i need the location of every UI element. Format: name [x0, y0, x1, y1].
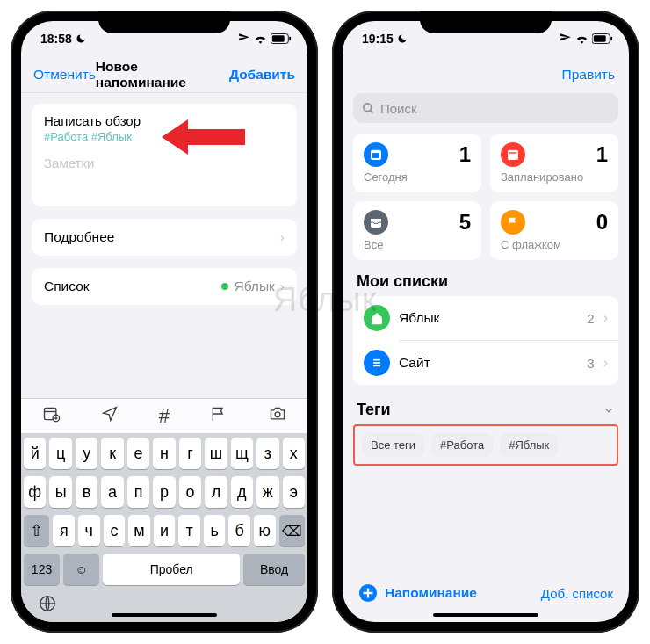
chevron-right-icon: › [603, 310, 608, 326]
space-key[interactable]: Пробел [103, 554, 240, 585]
calendar-icon [369, 148, 383, 162]
planned-card[interactable]: 1 Запланировано [490, 134, 618, 192]
moon-icon [397, 33, 408, 44]
svg-rect-11 [594, 35, 606, 41]
key[interactable]: р [153, 476, 175, 508]
add-list-button[interactable]: Доб. список [541, 586, 613, 601]
globe-icon[interactable] [38, 594, 57, 613]
key[interactable]: и [154, 515, 176, 546]
key[interactable]: л [205, 476, 227, 508]
key[interactable]: х [283, 438, 305, 469]
plus-circle-icon [358, 583, 378, 603]
key[interactable]: т [178, 515, 200, 546]
backspace-key[interactable]: ⌫ [279, 515, 305, 546]
list-name: Яблык [399, 310, 578, 326]
phone-right: 19:15 Править Поиск 1 [332, 11, 639, 633]
key[interactable]: з [256, 438, 278, 469]
key[interactable]: о [179, 476, 201, 508]
tag-chip[interactable]: #Яблык [500, 433, 558, 457]
summary-grid-row-1: 1 Сегодня 1 Запланировано [343, 134, 629, 201]
list-row[interactable]: Список Яблык › [32, 268, 297, 305]
home-indicator[interactable] [112, 613, 217, 617]
key[interactable]: е [127, 438, 149, 469]
list-count: 3 [587, 356, 594, 371]
kb-location-icon[interactable] [101, 405, 119, 427]
key[interactable]: й [24, 438, 46, 469]
battery-icon [592, 33, 613, 44]
key[interactable]: э [283, 476, 305, 508]
emoji-key[interactable]: ☺ [63, 554, 99, 585]
annotation-arrow [162, 119, 245, 155]
key[interactable]: ц [49, 438, 71, 469]
add-reminder-button[interactable]: Напоминание [358, 583, 477, 603]
chevron-right-icon: › [280, 229, 285, 245]
key-row-1: й ц у к е н г ш щ з х [24, 438, 305, 469]
notch [420, 11, 552, 33]
key[interactable]: п [127, 476, 149, 508]
add-button[interactable]: Добавить [229, 67, 295, 83]
key[interactable]: с [104, 515, 126, 546]
tags-header[interactable]: Теги [343, 397, 629, 424]
home-indicator[interactable] [433, 613, 538, 617]
key[interactable]: я [53, 515, 75, 546]
nav-title: Новое напоминание [96, 59, 229, 90]
enter-key[interactable]: Ввод [243, 554, 305, 585]
wifi-icon [575, 33, 589, 44]
shift-key[interactable]: ⇧ [24, 515, 49, 546]
all-card[interactable]: 5 Все [353, 201, 481, 260]
key[interactable]: ы [49, 476, 71, 508]
kb-calendar-icon[interactable] [41, 405, 61, 427]
key[interactable]: ш [205, 438, 227, 469]
key[interactable]: н [153, 438, 175, 469]
tag-chip[interactable]: #Работа [431, 433, 493, 457]
key[interactable]: б [228, 515, 250, 546]
mylists-header: Мои списки [343, 269, 629, 296]
flagged-card[interactable]: 0 С флажком [490, 201, 618, 260]
flagged-label: С флажком [501, 238, 608, 251]
notch [98, 11, 230, 33]
key[interactable]: к [101, 438, 123, 469]
today-card[interactable]: 1 Сегодня [353, 134, 481, 192]
key-row-4: 123 ☺ Пробел Ввод [24, 554, 305, 585]
key[interactable]: щ [231, 438, 253, 469]
key[interactable]: г [179, 438, 201, 469]
airplane-icon [238, 33, 250, 45]
details-row[interactable]: Подробнее › [32, 219, 297, 256]
key[interactable]: ф [24, 476, 46, 508]
kb-flag-icon[interactable] [210, 405, 228, 427]
search-input[interactable]: Поиск [353, 93, 618, 123]
screen-left: 18:58 Отменить Новое напоминание Добавит… [21, 21, 307, 622]
key[interactable]: у [76, 438, 98, 469]
tag-chip[interactable]: Все теги [362, 433, 424, 457]
key[interactable]: ж [256, 476, 278, 508]
key[interactable]: а [101, 476, 123, 508]
key[interactable]: ч [78, 515, 100, 546]
phone-left: 18:58 Отменить Новое напоминание Добавит… [11, 11, 318, 633]
screen-right: 19:15 Править Поиск 1 [343, 21, 629, 622]
svg-rect-18 [509, 152, 516, 153]
key[interactable]: м [128, 515, 150, 546]
details-card: Подробнее › [32, 219, 297, 256]
all-label: Все [364, 238, 471, 251]
list-row[interactable]: Сайт 3 › [353, 341, 618, 385]
numbers-key[interactable]: 123 [24, 554, 60, 585]
key[interactable]: в [76, 476, 98, 508]
nav-bar: Отменить Новое напоминание Добавить [21, 56, 307, 93]
lists-card: Яблык 2 › Сайт 3 › [353, 296, 618, 385]
tray-icon [369, 215, 383, 229]
kb-hashtag-icon[interactable]: # [159, 405, 170, 428]
list-card: Список Яблык › [32, 268, 297, 305]
wifi-icon [254, 33, 267, 44]
reminder-notes-input[interactable]: Заметки [44, 156, 285, 170]
key[interactable]: д [231, 476, 253, 508]
key[interactable]: ь [204, 515, 226, 546]
svg-point-8 [275, 412, 280, 417]
edit-button[interactable]: Править [562, 67, 615, 83]
list-row[interactable]: Яблык 2 › [353, 296, 618, 340]
kb-camera-icon[interactable] [268, 405, 287, 427]
key[interactable]: ю [254, 515, 276, 546]
calendar-icon [506, 148, 520, 162]
chevron-down-icon [603, 404, 615, 416]
cancel-button[interactable]: Отменить [33, 67, 96, 83]
chevron-right-icon: › [603, 355, 608, 371]
